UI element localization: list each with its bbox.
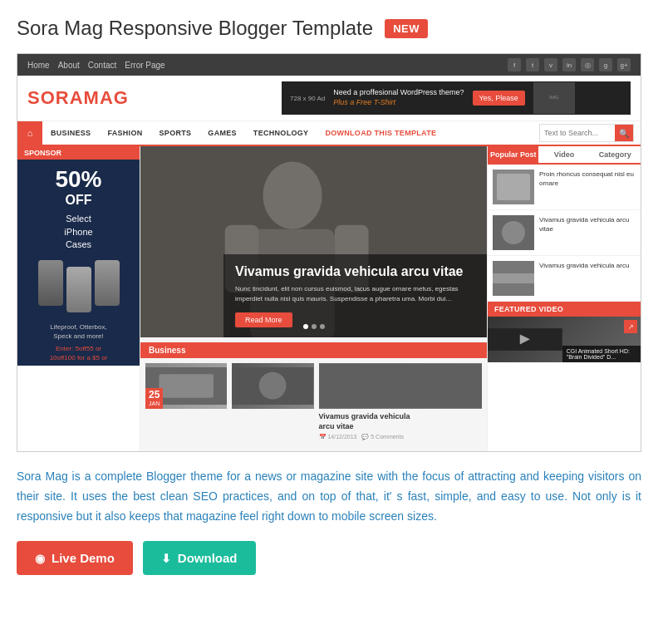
nav-about[interactable]: About [58, 61, 80, 70]
biz-thumb-3 [319, 363, 483, 409]
business-posts: 25JAN [140, 363, 487, 440]
nav-error[interactable]: Error Page [125, 61, 164, 70]
biz-date-1: 25JAN [145, 388, 163, 409]
tab-category[interactable]: Category [590, 146, 641, 163]
svg-text:IMG: IMG [549, 95, 559, 100]
nav-contact[interactable]: Contact [88, 61, 116, 70]
home-icon[interactable]: ⌂ [17, 121, 42, 145]
business-label: Business [140, 342, 487, 358]
svg-point-17 [502, 221, 525, 244]
dot-3[interactable] [320, 324, 325, 329]
nav-fashion[interactable]: FASHION [99, 120, 150, 145]
live-demo-button[interactable]: ◉ Live Demo [17, 541, 133, 575]
featured-video-label: FEATURED VIDEO [488, 302, 641, 317]
sp-thumb-2 [493, 215, 534, 250]
sp-text-3: Vivamus gravida vehicula arcu [539, 261, 629, 296]
linkedin-icon[interactable]: in [562, 58, 576, 71]
page-title: Sora Mag Responsive Blogger Template [17, 17, 373, 40]
dot-1[interactable] [303, 324, 308, 329]
googleplus-icon[interactable]: g [599, 58, 612, 71]
vimeo-icon[interactable]: v [544, 58, 557, 71]
video-thumb: CGI Animated Short HD: "Brain Divided" D… [488, 317, 641, 362]
search-input[interactable] [540, 127, 615, 139]
rss-icon[interactable]: g+ [617, 58, 631, 71]
search-button[interactable]: 🔍 [615, 125, 633, 141]
ad-headline: Need a proffesional WordPress theme? Plu… [333, 88, 464, 107]
sidebar-post-3: Vivamus gravida vehicula arcu [488, 256, 641, 302]
sponsor-code: Enter: 5off55 or10off100 for a $5 or [22, 344, 135, 362]
video-share-icon[interactable]: ↗ [624, 320, 637, 333]
main-nav: ⌂ BUSINESS FASHION SPORTS GAMES TECHNOLO… [17, 121, 641, 146]
biz-post-1: 25JAN [145, 363, 227, 440]
site-logo: SORAMAG [27, 87, 129, 109]
sp-thumb-3 [493, 261, 534, 296]
sidebar-post-1: Proin rhoncus consequat nisl eu ornare [488, 165, 641, 210]
logo-part2: MAG [84, 87, 129, 108]
sp-text-2: Vivamus gravida vehicula arcu vitae [539, 215, 636, 250]
nav-games[interactable]: GAMES [199, 120, 245, 145]
biz-meta: 📅 14/12/2013 💬 5 Comments [319, 434, 483, 440]
svg-rect-15 [497, 174, 530, 200]
sponsor-text: SelectiPhoneCases [24, 213, 133, 251]
biz-post-2 [232, 363, 313, 440]
nav-technology[interactable]: TECHNOLOGY [245, 120, 317, 145]
svg-point-11 [259, 372, 287, 400]
sp-text-1: Proin rhoncus consequat nisl eu ornare [539, 170, 636, 204]
slider-dots [303, 324, 325, 329]
ad-image: IMG [533, 82, 575, 114]
facebook-icon[interactable]: f [508, 58, 521, 71]
top-nav-links: Home About Contact Error Page [27, 61, 165, 70]
sponsor-label: SPONSOR [17, 146, 140, 160]
sponsor-footer: Lifeproof, Otterbox,Speck and more! Ente… [17, 319, 140, 366]
instagram-icon[interactable]: ◎ [581, 58, 594, 71]
svg-rect-9 [159, 374, 214, 398]
biz-thumb-2 [232, 363, 313, 409]
nav-links: BUSINESS FASHION SPORTS GAMES TECHNOLOGY… [42, 120, 444, 145]
live-demo-icon: ◉ [35, 552, 45, 565]
sidebar-post-2: Vivamus gravida vehicula arcu vitae [488, 210, 641, 256]
hero-slider: Vivamus gravida vehicula arcu vitae Nunc… [140, 146, 487, 337]
screenshot-preview: Home About Contact Error Page f t v in ◎… [17, 53, 641, 452]
biz-thumb-1: 25JAN [145, 363, 227, 409]
ad-button[interactable]: Yes, Please [473, 91, 525, 106]
sponsor-off: OFF [24, 191, 133, 209]
nav-download-template[interactable]: DOWNLOAD THIS TEMPLATE [317, 120, 444, 145]
left-sidebar: SPONSOR 50% OFF SelectiPhoneCases Lifepr… [17, 146, 140, 451]
svg-rect-13 [319, 363, 483, 408]
biz-info-3: Vivamus gravida vehiculaarcu vitae 📅 14/… [319, 412, 483, 440]
right-sidebar: Popular Post Video Category Proin rhoncu… [487, 146, 641, 451]
dot-2[interactable] [312, 324, 317, 329]
sponsor-brand: Lifeproof, Otterbox,Speck and more! [22, 322, 135, 341]
sponsor-phones [17, 260, 140, 319]
tab-video[interactable]: Video [538, 146, 589, 163]
ad-size: 728 x 90 Ad [290, 95, 325, 102]
nav-home[interactable]: Home [27, 61, 50, 70]
ad-banner: 728 x 90 Ad Need a proffesional WordPres… [282, 81, 631, 115]
hero-title: Vivamus gravida vehicula arcu vitae [235, 264, 475, 279]
nav-sports[interactable]: SPORTS [151, 120, 200, 145]
hero-text: Nunc tincidunt, elit non cursus euismod,… [235, 284, 475, 304]
action-buttons: ◉ Live Demo ⬇ Download [17, 541, 641, 575]
sidebar-tabs: Popular Post Video Category [488, 146, 641, 165]
main-content: Vivamus gravida vehicula arcu vitae Nunc… [140, 146, 487, 451]
nav-business[interactable]: BUSINESS [42, 120, 99, 145]
read-more-button[interactable]: Read More [235, 312, 292, 327]
sponsor-percent: 50% [24, 168, 133, 191]
page-header: Sora Mag Responsive Blogger Template NEW [17, 17, 641, 40]
sponsor-ad: 50% OFF SelectiPhoneCases [17, 160, 140, 260]
description-text: Sora Mag is a complete Blogger theme for… [17, 467, 641, 526]
twitter-icon[interactable]: t [526, 58, 539, 71]
hero-overlay: Vivamus gravida vehicula arcu vitae Nunc… [223, 254, 487, 337]
logo-part1: SORA [27, 87, 84, 108]
site-mockup: Home About Contact Error Page f t v in ◎… [17, 54, 641, 451]
content-area: SPONSOR 50% OFF SelectiPhoneCases Lifepr… [17, 146, 641, 451]
download-button[interactable]: ⬇ Download [143, 541, 256, 575]
tab-popular-post[interactable]: Popular Post [488, 146, 538, 163]
new-badge: NEW [385, 19, 428, 38]
social-icons: f t v in ◎ g g+ [508, 58, 631, 71]
biz-post-title: Vivamus gravida vehiculaarcu vitae [319, 412, 483, 431]
search-box: 🔍 [539, 124, 634, 142]
download-label: Download [178, 551, 238, 565]
biz-post-3: Vivamus gravida vehiculaarcu vitae 📅 14/… [319, 363, 483, 440]
live-demo-label: Live Demo [52, 551, 115, 565]
